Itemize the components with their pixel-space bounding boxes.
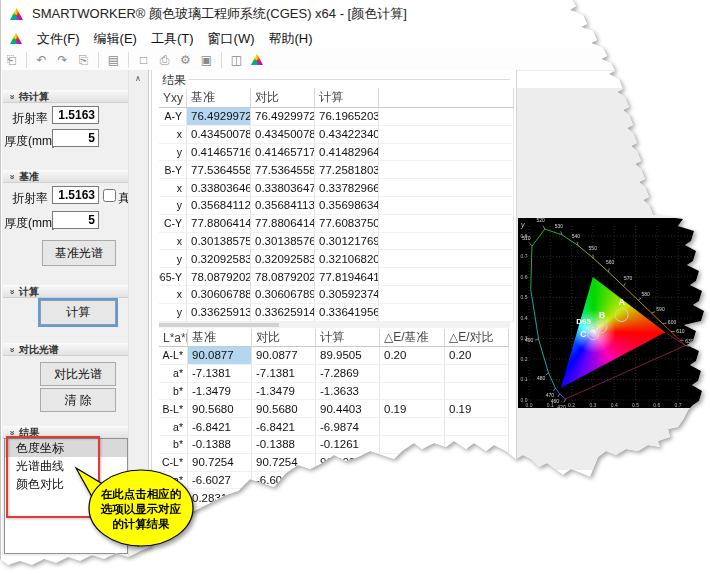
pending-refractive-input[interactable] — [52, 106, 99, 124]
menu-window[interactable]: 窗口(W) — [201, 30, 262, 48]
table-cell[interactable]: 0.32092583 — [251, 250, 315, 268]
table-cell[interactable]: 90.4403 — [316, 400, 380, 418]
table-cell[interactable]: -6.8421 — [188, 418, 252, 436]
table-cell[interactable]: 0.301217690 — [315, 233, 379, 251]
table-cell[interactable] — [379, 268, 514, 286]
table-cell[interactable]: -7.1381 — [252, 365, 316, 383]
table-cell[interactable]: 0.2831 — [252, 489, 316, 507]
table-cell[interactable]: 77.53645588 — [187, 161, 251, 179]
table-cell[interactable] — [379, 179, 514, 197]
table-cell[interactable] — [380, 383, 445, 401]
menu-file[interactable]: 文件(F) — [30, 30, 87, 48]
table-cell[interactable] — [379, 215, 514, 233]
table-cell[interactable] — [252, 525, 316, 543]
table-cell[interactable]: 0.20 — [380, 347, 445, 365]
table-cell[interactable]: -6.6027 — [252, 472, 316, 490]
table-cell[interactable]: -6.9874 — [316, 418, 380, 436]
calculate-button[interactable]: 计算 — [40, 300, 116, 325]
table-cell[interactable]: -6.8421 — [252, 418, 316, 436]
print-icon[interactable]: ⎙ — [157, 52, 172, 68]
table-cell[interactable]: 0.336259138 — [187, 304, 251, 322]
table-cell[interactable]: 0.35684113 — [251, 197, 315, 215]
table-cell[interactable] — [380, 472, 445, 490]
table-cell[interactable]: 0.2831 — [188, 489, 252, 507]
hscrollbar-thumb[interactable] — [159, 323, 279, 327]
table-cell[interactable]: -1.3479 — [188, 383, 252, 401]
table-cell[interactable]: 0.305923743 — [315, 286, 379, 304]
table-cell[interactable] — [445, 383, 509, 401]
table-cell[interactable]: 90.7254 — [252, 454, 316, 472]
print-settings-icon[interactable]: ⚙ — [178, 52, 193, 68]
reference-refractive-input[interactable] — [52, 186, 99, 204]
table-cell[interactable]: -6.5943 — [188, 525, 252, 543]
table-cell[interactable] — [380, 507, 445, 525]
section-calc[interactable]: « 计算 — [3, 285, 128, 298]
reference-spectrum-button[interactable]: 基准光谱 — [42, 240, 116, 266]
table-cell[interactable] — [379, 108, 514, 126]
table-cell[interactable] — [380, 489, 445, 507]
clipboard-icon[interactable]: ▤ — [106, 52, 121, 68]
table-cell[interactable]: 0.434223400 — [315, 126, 379, 144]
section-pending[interactable]: « 待计算 — [3, 90, 128, 103]
table-hscrollbar[interactable] — [159, 322, 510, 328]
table-cell[interactable]: 0.414829641 — [315, 144, 379, 162]
table-cell[interactable] — [445, 418, 509, 436]
table-cell[interactable]: 0.321068202 — [315, 250, 379, 268]
table-cell[interactable] — [379, 304, 514, 322]
new-doc-icon[interactable]: □ — [136, 52, 151, 68]
table-cell[interactable]: -0.1388 — [252, 436, 316, 454]
table-cell[interactable]: 0.19 — [445, 454, 509, 472]
table-cell[interactable]: 0.33803647 — [251, 179, 315, 197]
table-cell[interactable]: -6.6027 — [188, 472, 252, 490]
table-cell[interactable] — [445, 436, 509, 454]
menu-help[interactable]: 帮助(H) — [262, 30, 320, 48]
table-cell[interactable] — [445, 525, 509, 543]
table-cell[interactable]: 77.53645588 — [251, 161, 315, 179]
table-cell[interactable]: 90.0877 — [188, 347, 252, 365]
table-cell[interactable]: 90.8200 — [188, 507, 252, 525]
open-icon[interactable]: ⎗ — [4, 52, 19, 68]
table-cell[interactable]: 0.20 — [445, 347, 509, 365]
table-cell[interactable] — [379, 161, 514, 179]
table-cell[interactable]: 89.9505 — [316, 347, 380, 365]
clear-button[interactable]: 清 除 — [40, 388, 116, 412]
table-cell[interactable]: 0.41465717 — [251, 144, 315, 162]
table-cell[interactable]: 0.414657169 — [187, 144, 251, 162]
table-cell[interactable]: 77.25818037 — [315, 161, 379, 179]
table-cell[interactable]: 77.60837504 — [315, 215, 379, 233]
table-cell[interactable]: -1.3479 — [252, 383, 316, 401]
table-cell[interactable] — [445, 365, 509, 383]
redo-icon[interactable]: ↷ — [55, 52, 70, 68]
table-cell[interactable] — [380, 418, 445, 436]
table-cell[interactable]: 0.337829666 — [315, 179, 379, 197]
table-cell[interactable]: 0.43450078 — [251, 126, 315, 144]
table-cell[interactable] — [445, 489, 509, 507]
table-cell[interactable]: 90.7254 — [188, 454, 252, 472]
section-compare[interactable]: « 对比光谱 — [3, 343, 128, 356]
compare-spectrum-button[interactable]: 对比光谱 — [40, 362, 116, 386]
table-cell[interactable] — [379, 197, 514, 215]
table-cell[interactable] — [380, 525, 445, 543]
tile-window-icon[interactable]: ◫ — [229, 52, 244, 68]
table-cell[interactable]: 0.336419563 — [315, 304, 379, 322]
table-cell[interactable]: 77.88064148 — [251, 215, 315, 233]
app-logo-icon[interactable] — [251, 54, 263, 65]
table-cell[interactable]: 0.301385758 — [187, 233, 251, 251]
table-cell[interactable]: 76.49299727 — [187, 108, 251, 126]
table-cell[interactable] — [379, 250, 514, 268]
menu-tools[interactable]: 工具(T) — [144, 30, 201, 48]
table-cell[interactable]: -0.1388 — [188, 436, 252, 454]
table-cell[interactable]: -7.1381 — [188, 365, 252, 383]
table-cell[interactable]: -0.1261 — [316, 436, 380, 454]
table-cell[interactable] — [380, 436, 445, 454]
table-cell[interactable]: 0.338036466 — [187, 179, 251, 197]
table-cell[interactable]: 76.49299727 — [251, 108, 315, 126]
table-cell[interactable]: 0.30138576 — [251, 233, 315, 251]
menu-edit[interactable]: 编辑(E) — [87, 30, 144, 48]
table-cell[interactable]: 90.5680 — [252, 400, 316, 418]
table-cell[interactable]: 0.19 — [380, 454, 445, 472]
reference-thickness-input[interactable] — [52, 211, 99, 229]
table-cell[interactable]: 0.30606789 — [251, 286, 315, 304]
table-cell[interactable]: 0.28 — [316, 489, 380, 507]
table-cell[interactable]: 90.6009 — [316, 454, 380, 472]
